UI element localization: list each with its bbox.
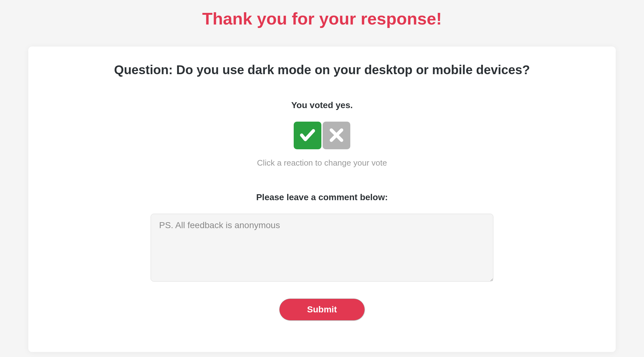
check-icon <box>299 126 316 145</box>
vote-buttons-container <box>60 122 584 149</box>
question-text: Question: Do you use dark mode on your d… <box>60 63 584 77</box>
comment-label: Please leave a comment below: <box>60 192 584 202</box>
comment-input[interactable] <box>151 214 493 282</box>
vote-status: You voted yes. <box>60 100 584 110</box>
page-title: Thank you for your response! <box>0 0 644 47</box>
cross-icon <box>328 126 345 145</box>
vote-yes-button[interactable] <box>294 122 321 149</box>
response-card: Question: Do you use dark mode on your d… <box>28 47 616 352</box>
vote-hint: Click a reaction to change your vote <box>60 158 584 168</box>
submit-button[interactable]: Submit <box>279 299 365 321</box>
vote-no-button[interactable] <box>323 122 350 149</box>
